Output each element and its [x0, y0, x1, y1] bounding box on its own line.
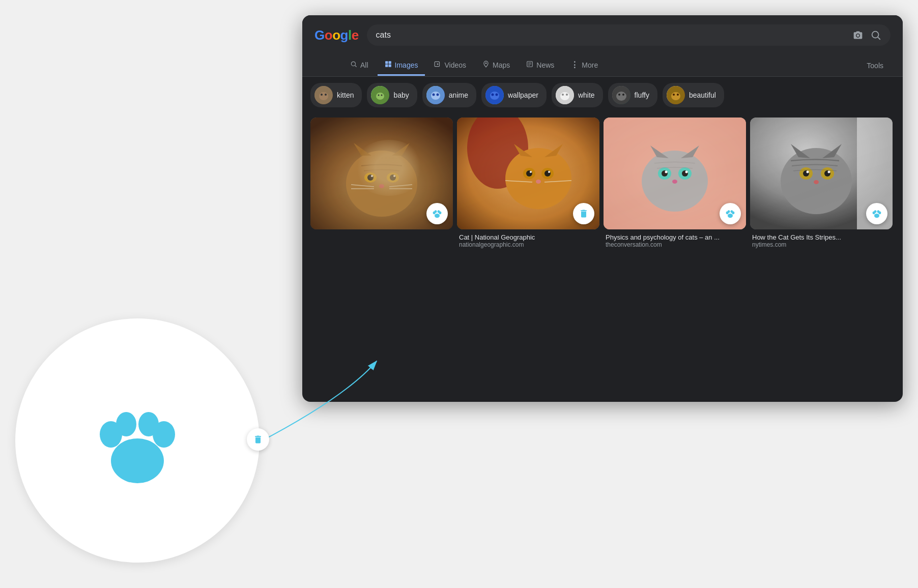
chip-thumb-white: [556, 86, 574, 104]
tab-more[interactable]: ⋮ More: [563, 55, 605, 76]
svg-point-47: [673, 94, 675, 96]
tab-all[interactable]: All: [343, 55, 376, 76]
image-card-1[interactable]: [310, 117, 453, 250]
svg-point-2: [116, 412, 136, 436]
svg-point-38: [560, 92, 569, 100]
main-scene: Google cats: [0, 0, 918, 588]
svg-point-26: [376, 93, 384, 100]
svg-point-30: [431, 92, 440, 100]
tab-news-label: News: [536, 61, 554, 69]
image-title-3: Physics and psychology of cats – an ...: [606, 233, 744, 241]
svg-point-71: [505, 148, 571, 209]
chip-kitten[interactable]: kitten: [310, 83, 362, 107]
svg-point-46: [671, 92, 680, 100]
image-info-2: Cat | National Geographic nationalgeogra…: [457, 229, 599, 250]
chip-kitten-label: kitten: [337, 91, 354, 99]
chip-wallpaper[interactable]: wallpaper: [481, 83, 547, 107]
tab-news[interactable]: News: [519, 55, 561, 76]
chip-thumb-baby: [371, 86, 389, 104]
svg-rect-10: [385, 61, 388, 64]
camera-search-icon[interactable]: [853, 30, 863, 40]
chip-baby-label: baby: [393, 91, 409, 99]
paw-button-4[interactable]: [866, 203, 887, 224]
svg-point-39: [562, 94, 564, 96]
svg-point-34: [490, 92, 499, 100]
tab-videos[interactable]: Videos: [427, 55, 473, 76]
chip-white-label: white: [578, 91, 595, 99]
svg-rect-12: [385, 65, 388, 67]
svg-point-114: [874, 210, 877, 213]
paw-icon-large: [87, 390, 188, 491]
svg-point-28: [381, 95, 383, 96]
svg-point-58: [393, 175, 395, 177]
svg-point-66: [435, 210, 437, 213]
tab-images[interactable]: Images: [378, 55, 425, 76]
search-input[interactable]: cats: [376, 31, 848, 40]
chip-wallpaper-label: wallpaper: [508, 91, 538, 99]
chip-thumb-wallpaper: [485, 86, 504, 104]
all-icon: [350, 61, 357, 69]
chip-thumb-beautiful: [667, 86, 685, 104]
image-source-2: nationalgeographic.com: [459, 241, 597, 248]
images-icon: [385, 61, 392, 69]
chip-thumb-anime: [426, 86, 445, 104]
svg-point-16: [485, 63, 487, 64]
search-bar[interactable]: cats: [367, 24, 891, 46]
chip-anime[interactable]: anime: [422, 83, 476, 107]
svg-point-54: [387, 172, 399, 183]
chip-fluffy-label: fluffy: [635, 91, 649, 99]
chip-baby[interactable]: baby: [367, 83, 417, 107]
svg-rect-13: [388, 65, 391, 67]
videos-icon: [434, 61, 441, 69]
browser-header: Google cats: [302, 15, 903, 55]
tab-maps-label: Maps: [493, 61, 510, 69]
chip-white[interactable]: white: [552, 83, 603, 107]
paw-button-1[interactable]: [426, 203, 448, 224]
image-card-4[interactable]: How the Cat Gets Its Stripes... nytimes.…: [750, 117, 893, 250]
image-card-2[interactable]: Cat | National Geographic nationalgeogra…: [457, 117, 599, 250]
chip-beautiful[interactable]: beautiful: [663, 83, 724, 107]
paw-circle-large: [15, 318, 260, 563]
svg-point-43: [618, 94, 620, 96]
search-icons: [853, 30, 881, 41]
image-title-4: How the Cat Gets Its Stripes...: [752, 233, 891, 241]
svg-point-64: [435, 214, 440, 218]
svg-point-95: [728, 214, 733, 218]
svg-point-56: [390, 174, 396, 181]
svg-line-62: [389, 185, 412, 187]
svg-point-24: [325, 94, 327, 96]
svg-point-50: [346, 151, 417, 217]
browser-window: Google cats: [302, 15, 903, 402]
svg-point-53: [364, 172, 377, 183]
svg-point-35: [491, 94, 494, 96]
svg-line-9: [355, 66, 357, 67]
search-submit-icon[interactable]: [870, 30, 881, 41]
image-title-2: Cat | National Geographic: [459, 233, 597, 241]
tab-images-label: Images: [395, 61, 418, 69]
images-grid: Cat | National Geographic nationalgeogra…: [302, 113, 903, 254]
svg-point-5: [857, 34, 859, 37]
svg-rect-11: [388, 61, 391, 64]
svg-point-68: [439, 211, 441, 214]
svg-point-55: [367, 174, 374, 181]
trash-button-floating[interactable]: [247, 428, 269, 451]
paw-button-3[interactable]: [720, 203, 741, 224]
tabs-left: All Images: [343, 55, 605, 76]
svg-point-93: [685, 171, 688, 173]
chip-fluffy[interactable]: fluffy: [608, 83, 657, 107]
svg-point-31: [432, 94, 435, 96]
svg-point-23: [321, 94, 323, 96]
tab-maps[interactable]: Maps: [475, 55, 517, 76]
filter-chips-bar: kitten baby: [302, 77, 903, 113]
tab-all-label: All: [360, 61, 368, 69]
svg-point-44: [622, 94, 624, 96]
image-info-1: [310, 229, 453, 236]
image-card-3[interactable]: Physics and psychology of cats – an ... …: [604, 117, 746, 250]
svg-point-94: [672, 180, 677, 184]
svg-point-36: [495, 94, 498, 96]
tools-button[interactable]: Tools: [859, 56, 891, 75]
maps-icon: [482, 61, 490, 69]
svg-point-80: [536, 180, 541, 184]
trash-button-2[interactable]: [573, 203, 594, 224]
svg-line-7: [878, 37, 880, 39]
